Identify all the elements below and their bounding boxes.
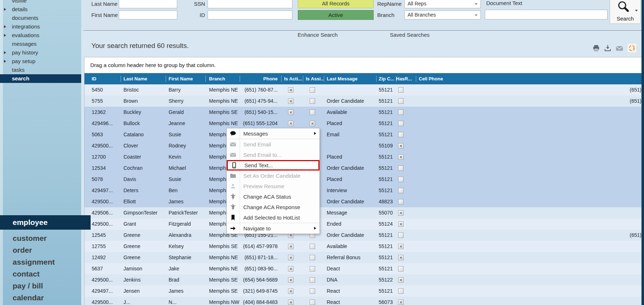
section-item-order[interactable]: order xyxy=(0,244,91,256)
has-resume-checkbox[interactable] xyxy=(398,188,404,193)
context-menu-item-set-as-order-candidate[interactable]: Set As Order Candidate xyxy=(227,171,319,181)
has-resume-checkbox[interactable] xyxy=(398,255,404,260)
table-row[interactable]: 12755 Greene Kelsey Memphis SE (614) 457… xyxy=(84,241,642,252)
context-menu-item-change-aca-status[interactable]: Change ACA Status xyxy=(227,191,319,202)
table-row[interactable]: 429500... Grant Fitzgerald Memphis Ended… xyxy=(84,218,642,230)
is-active-checkbox[interactable] xyxy=(288,87,293,93)
table-row[interactable]: 429500... Elliott James Memphis Order Ca… xyxy=(84,196,642,207)
table-row[interactable]: 12545 Greene Alexandra Memphis SE (651) … xyxy=(84,230,642,241)
is-active-checkbox[interactable] xyxy=(288,300,293,305)
saved-searches-link[interactable]: Saved Searches xyxy=(377,32,442,38)
has-resume-checkbox[interactable] xyxy=(398,210,404,216)
table-row[interactable]: 429500... Clover Rodney Memphis 55109 xyxy=(84,140,642,151)
column-header-is-acti[interactable]: Is Acti... xyxy=(281,73,303,84)
has-resume-checkbox[interactable] xyxy=(398,177,404,182)
is-assigned-checkbox[interactable] xyxy=(310,244,315,249)
column-header-zip-c[interactable]: Zip C... xyxy=(376,73,396,84)
table-row[interactable]: 429506... GimpsonTester PatrickTester Me… xyxy=(84,207,642,218)
section-item-pay-bill[interactable]: pay / bill xyxy=(0,280,91,292)
is-active-checkbox[interactable] xyxy=(288,266,293,271)
is-active-checkbox[interactable] xyxy=(288,98,293,104)
sidebar-item-visifile[interactable]: visifile xyxy=(0,0,81,5)
table-row[interactable]: 12534 Cochran Michael Memphis Order Cand… xyxy=(84,163,642,174)
is-assigned-checkbox[interactable] xyxy=(310,288,315,294)
sidebar-item-evaluations[interactable]: evaluations xyxy=(0,31,81,40)
expand-arrow-icon[interactable] xyxy=(4,60,6,63)
has-resume-checkbox[interactable] xyxy=(398,121,404,126)
active-button[interactable]: Active xyxy=(298,10,374,20)
context-menu-item-navigate-to[interactable]: Navigate to xyxy=(227,223,319,234)
column-header-last-name[interactable]: Last Name xyxy=(121,73,166,84)
table-row[interactable]: 429496... Bullock Jeanne Memphis NE (651… xyxy=(84,118,642,129)
is-active-checkbox[interactable] xyxy=(288,288,293,294)
email-icon[interactable] xyxy=(615,44,623,52)
sidebar-item-pay-history[interactable]: pay history xyxy=(0,48,81,57)
repname-dropdown[interactable]: All Reps xyxy=(404,0,481,8)
section-item-employee[interactable]: employee xyxy=(0,215,91,230)
table-row[interactable]: 5450 Bristoc Barry Memphis NE (651) 760-… xyxy=(84,84,642,96)
column-header-first-name[interactable]: First Name xyxy=(166,73,205,84)
context-menu-item-preview-resume[interactable]: Preview Resume xyxy=(227,181,319,191)
sidebar-item-documents[interactable]: documents xyxy=(0,14,81,22)
sidebar-item-integrations[interactable]: integrations xyxy=(0,22,81,31)
has-resume-checkbox[interactable] xyxy=(398,110,404,115)
context-menu-item-change-aca-response[interactable]: Change ACA Response xyxy=(227,202,319,212)
has-resume-checkbox[interactable] xyxy=(398,244,404,249)
has-resume-checkbox[interactable] xyxy=(398,132,404,137)
is-active-checkbox[interactable] xyxy=(288,255,293,260)
sidebar-item-tasks[interactable]: tasks xyxy=(0,66,81,74)
group-by-bar[interactable]: Drag a column header here to group by th… xyxy=(84,57,642,73)
context-menu-item-send-email[interactable]: Send Email xyxy=(227,139,319,150)
enhance-search-link[interactable]: Enhance Search xyxy=(285,32,350,38)
sidebar-item-search[interactable]: search xyxy=(0,74,81,83)
expand-arrow-icon[interactable] xyxy=(4,8,6,11)
column-header-hasr[interactable]: HasR... xyxy=(396,73,416,84)
is-assigned-checkbox[interactable] xyxy=(310,300,315,305)
sidebar-item-messages[interactable]: messages xyxy=(0,40,81,48)
section-item-calendar[interactable]: calendar xyxy=(0,292,91,304)
has-resume-checkbox[interactable] xyxy=(398,266,404,271)
table-row[interactable]: 5755 Brown Sherry Memphis NE (651) 475-9… xyxy=(84,96,642,107)
has-resume-checkbox[interactable] xyxy=(398,98,404,104)
branch-dropdown[interactable]: All Branches xyxy=(404,10,481,19)
is-active-checkbox[interactable] xyxy=(288,244,293,249)
column-header-branch[interactable]: Branch xyxy=(205,73,240,84)
column-header-is-assi[interactable]: Is Assi... xyxy=(303,73,324,84)
has-resume-checkbox[interactable] xyxy=(398,87,404,93)
has-resume-checkbox[interactable] xyxy=(398,221,404,227)
is-assigned-checkbox[interactable] xyxy=(310,121,315,126)
context-menu-item-send-email-to[interactable]: Send Email to... xyxy=(227,150,319,160)
sidebar-item-details[interactable]: details xyxy=(0,5,81,14)
table-row[interactable]: 12700 Coaster Kevin Memphis Placed 55121 xyxy=(84,151,642,163)
section-item-customer[interactable]: customer xyxy=(0,232,91,244)
section-item-assignment[interactable]: assignment xyxy=(0,256,91,268)
print-icon[interactable] xyxy=(592,44,600,52)
column-header-id[interactable]: ID xyxy=(84,73,121,84)
ssn-input[interactable] xyxy=(208,0,292,8)
has-resume-checkbox[interactable] xyxy=(398,154,404,160)
column-header-phone[interactable]: Phone xyxy=(240,73,281,84)
has-resume-checkbox[interactable] xyxy=(398,165,404,171)
table-row[interactable]: 12492 Greene Stephanie Memphis NE (651) … xyxy=(84,252,642,263)
is-assigned-checkbox[interactable] xyxy=(310,110,315,115)
context-menu-item-send-text[interactable]: Send Text... xyxy=(227,160,319,171)
export-icon[interactable] xyxy=(604,44,612,52)
table-row[interactable]: 429500... J... N... Memphis NW (404) 884… xyxy=(84,297,642,305)
has-resume-checkbox[interactable] xyxy=(398,300,404,305)
is-assigned-checkbox[interactable] xyxy=(310,266,315,271)
table-row[interactable]: 429497... Jensen James Memphis SE (321) … xyxy=(84,286,642,297)
table-row[interactable]: 429497... Deters Ben Memphis Interview 5… xyxy=(84,185,642,196)
is-assigned-checkbox[interactable] xyxy=(310,87,315,93)
table-row[interactable]: 12362 Buckley Gerald Memphis SE (651) 54… xyxy=(84,107,642,118)
context-menu-item-add-selected-to-hotlist[interactable]: Add Selected to HotList xyxy=(227,212,319,223)
sidebar-item-pay-setup[interactable]: pay setup xyxy=(0,57,81,66)
is-assigned-checkbox[interactable] xyxy=(310,277,315,283)
search-button[interactable]: Search xyxy=(610,0,641,24)
is-active-checkbox[interactable] xyxy=(288,277,293,283)
chevron-down-icon[interactable] xyxy=(635,10,638,12)
last-name-input[interactable] xyxy=(119,0,177,8)
has-resume-checkbox[interactable] xyxy=(398,199,404,204)
column-header-cell-phone[interactable]: Cell Phone xyxy=(416,73,642,84)
is-active-checkbox[interactable] xyxy=(288,110,293,115)
all-records-button[interactable]: All Records xyxy=(298,0,374,8)
